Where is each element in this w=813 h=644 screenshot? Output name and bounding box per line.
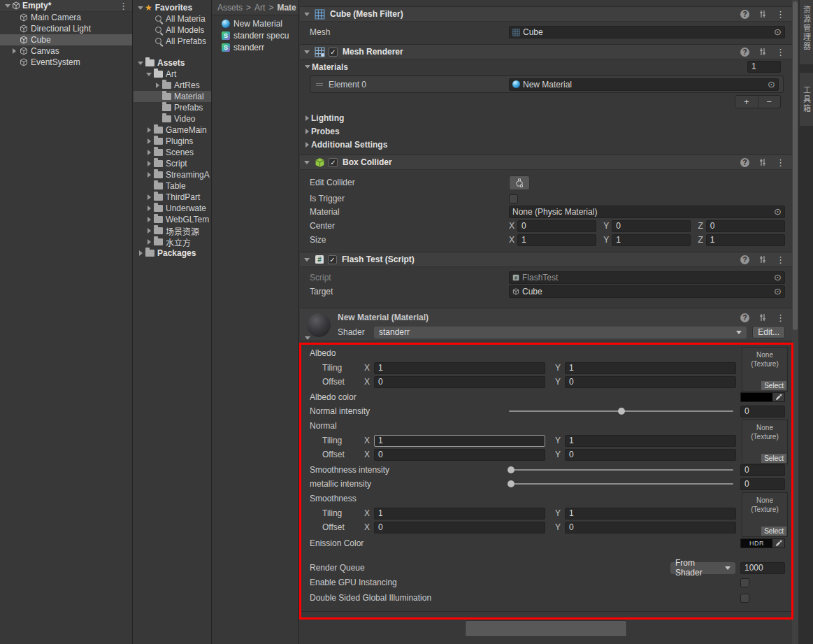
size-y-field[interactable]: 1 xyxy=(612,234,691,246)
expand-caret-icon[interactable] xyxy=(145,194,153,200)
normal-tiling-x-field[interactable]: 1 xyxy=(374,435,545,447)
expand-caret-icon[interactable] xyxy=(303,115,311,121)
tree-item-artres[interactable]: ArtRes xyxy=(134,80,211,91)
tree-item-art[interactable]: Art xyxy=(134,69,211,80)
emission-color-field[interactable]: HDR xyxy=(740,538,785,548)
kebab-menu-icon[interactable] xyxy=(119,1,128,11)
physic-material-object-field[interactable]: None (Physic Material) xyxy=(509,206,785,218)
normal-intensity-slider[interactable] xyxy=(509,406,733,416)
color-swatch[interactable] xyxy=(741,393,772,401)
center-x-field[interactable]: 0 xyxy=(517,220,596,232)
favorites-header[interactable]: Favorites xyxy=(134,2,211,13)
slider-knob[interactable] xyxy=(618,408,625,415)
normal-offset-x-field[interactable]: 0 xyxy=(374,449,545,461)
tree-item-material[interactable]: Material xyxy=(134,91,211,102)
smoothness-intensity-field[interactable]: 0 xyxy=(740,464,785,476)
tree-item-streamingassets[interactable]: StreamingA xyxy=(134,169,211,180)
eyedropper-icon[interactable] xyxy=(772,539,784,548)
select-texture-button[interactable]: Select xyxy=(761,381,786,390)
mesh-renderer-header[interactable]: Mesh Renderer xyxy=(300,44,792,59)
kebab-menu-icon[interactable] xyxy=(776,313,785,323)
albedo-texture-slot[interactable]: None (Texture) Select xyxy=(742,347,788,392)
foldout-caret-icon[interactable] xyxy=(303,50,311,54)
tree-item-gamemain[interactable]: GameMain xyxy=(134,124,211,136)
lighting-foldout[interactable]: Lighting xyxy=(300,111,792,124)
slider-knob[interactable] xyxy=(508,466,515,473)
help-icon[interactable] xyxy=(740,10,749,19)
foldout-caret-icon[interactable] xyxy=(145,73,153,76)
smoothness-texture-slot[interactable]: None (Texture) Select xyxy=(742,492,788,537)
box-collider-header[interactable]: Box Collider xyxy=(300,155,792,170)
preview-foldout-caret-icon[interactable] xyxy=(303,336,312,340)
hierarchy-item-main-camera[interactable]: Main Camera xyxy=(0,12,132,23)
expand-caret-icon[interactable] xyxy=(136,250,145,256)
albedo-color-field[interactable] xyxy=(740,392,785,402)
kebab-menu-icon[interactable] xyxy=(776,157,785,168)
presets-icon[interactable] xyxy=(758,158,767,166)
object-picker-icon[interactable] xyxy=(774,27,782,37)
object-picker-icon[interactable] xyxy=(774,273,782,282)
tree-item-scene-resources[interactable]: 场景资源 xyxy=(134,225,211,236)
render-queue-dropdown[interactable]: From Shader xyxy=(670,562,735,574)
presets-icon[interactable] xyxy=(758,10,767,18)
edit-shader-button[interactable]: Edit... xyxy=(752,326,785,338)
smoothness-offset-y-field[interactable]: 0 xyxy=(565,522,736,534)
presets-icon[interactable] xyxy=(758,255,767,264)
foldout-caret-icon[interactable] xyxy=(303,13,311,16)
materials-count-field[interactable]: 1 xyxy=(747,61,781,73)
gpu-instancing-checkbox[interactable] xyxy=(740,578,749,587)
additional-settings-foldout[interactable]: Additional Settings xyxy=(300,138,792,151)
smoothness-tiling-x-field[interactable]: 1 xyxy=(374,508,545,520)
favorites-item-all-materials[interactable]: All Materia xyxy=(134,13,211,24)
help-icon[interactable] xyxy=(740,255,749,264)
double-sided-gi-checkbox[interactable] xyxy=(740,594,749,603)
expand-caret-icon[interactable] xyxy=(303,142,311,148)
hierarchy-item-directional-light[interactable]: Directional Light xyxy=(0,23,132,34)
center-y-field[interactable]: 0 xyxy=(612,220,691,232)
edit-collider-button[interactable] xyxy=(509,176,530,190)
expand-caret-icon[interactable] xyxy=(153,83,161,88)
tree-item-script[interactable]: Script xyxy=(134,158,211,169)
size-z-field[interactable]: 1 xyxy=(706,234,785,246)
foldout-caret-icon[interactable] xyxy=(136,62,145,65)
tree-item-table[interactable]: Table xyxy=(134,180,211,192)
albedo-tiling-y-field[interactable]: 1 xyxy=(565,362,736,374)
foldout-caret-icon[interactable] xyxy=(303,258,311,262)
metallic-intensity-field[interactable]: 0 xyxy=(740,478,785,490)
asset-item-standerr-specular[interactable]: S standerr specu xyxy=(213,29,298,41)
favorites-item-all-prefabs[interactable]: All Prefabs xyxy=(134,36,211,47)
help-icon[interactable] xyxy=(740,48,749,57)
breadcrumb-material[interactable]: Mate xyxy=(277,3,296,13)
metallic-intensity-slider[interactable] xyxy=(509,479,733,489)
tree-item-prefabs[interactable]: Prefabs xyxy=(134,102,211,113)
object-picker-icon[interactable] xyxy=(774,287,782,296)
albedo-offset-y-field[interactable]: 0 xyxy=(565,376,736,388)
foldout-caret-icon[interactable] xyxy=(303,161,311,164)
hierarchy-item-cube[interactable]: Cube xyxy=(0,34,132,45)
tree-item-thirdpart[interactable]: ThirdPart xyxy=(134,192,211,203)
foldout-caret-icon[interactable] xyxy=(3,4,12,8)
enabled-checkbox[interactable] xyxy=(329,48,338,57)
albedo-offset-x-field[interactable]: 0 xyxy=(374,376,545,388)
center-z-field[interactable]: 0 xyxy=(706,220,785,232)
foldout-caret-icon[interactable] xyxy=(303,65,312,69)
probes-foldout[interactable]: Probes xyxy=(300,124,792,138)
kebab-menu-icon[interactable] xyxy=(776,47,785,57)
slider-knob[interactable] xyxy=(508,480,515,487)
materials-foldout-row[interactable]: Materials 1 xyxy=(300,59,792,74)
render-queue-field[interactable]: 1000 xyxy=(740,562,785,574)
breadcrumb-art[interactable]: Art xyxy=(254,3,265,13)
size-x-field[interactable]: 1 xyxy=(517,234,596,246)
add-element-button[interactable]: + xyxy=(735,96,758,108)
is-trigger-checkbox[interactable] xyxy=(509,194,518,203)
help-icon[interactable] xyxy=(740,158,749,167)
expand-caret-icon[interactable] xyxy=(145,127,153,133)
object-picker-icon[interactable] xyxy=(768,80,775,90)
expand-caret-icon[interactable] xyxy=(145,161,153,166)
add-component-button[interactable] xyxy=(465,620,627,637)
shader-dropdown[interactable]: standerr xyxy=(374,327,747,338)
hierarchy-scene-header[interactable]: Empty* xyxy=(0,0,132,12)
kebab-menu-icon[interactable] xyxy=(776,255,785,265)
tree-item-webgltemplates[interactable]: WebGLTem xyxy=(134,214,211,225)
expand-caret-icon[interactable] xyxy=(145,206,153,211)
